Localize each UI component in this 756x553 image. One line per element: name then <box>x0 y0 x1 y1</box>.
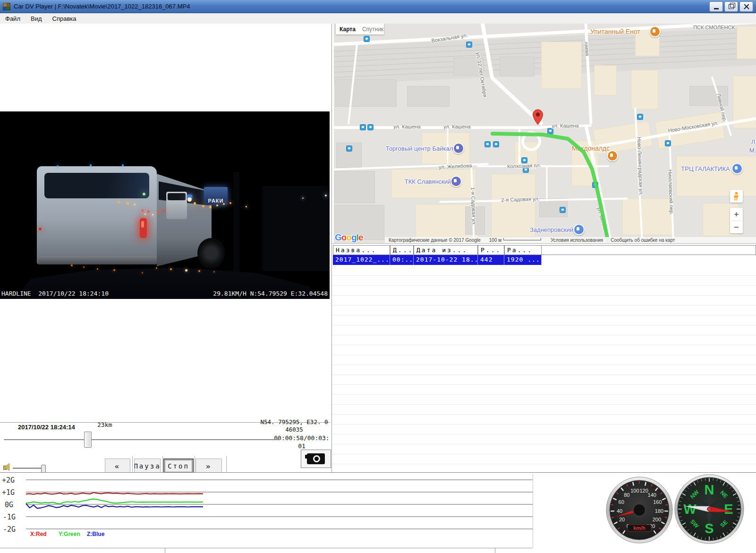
menu-help[interactable]: Справка <box>47 14 82 23</box>
map-position-marker <box>532 109 544 126</box>
minimize-button[interactable] <box>709 1 723 12</box>
file-list-header-0[interactable]: Назва... <box>333 245 390 255</box>
svg-text:40: 40 <box>617 508 622 514</box>
video-light <box>90 164 92 166</box>
file-list-row-cell[interactable]: 2017-10-22 18... <box>414 255 478 265</box>
seek-slider[interactable] <box>4 439 280 441</box>
map-zoom-control: + − <box>730 208 743 233</box>
restore-button[interactable] <box>724 1 738 12</box>
google-map[interactable]: Вокзальная ул.ул. 12 лет Октябряляеваул.… <box>334 24 756 243</box>
zoom-out-button[interactable]: − <box>730 221 743 234</box>
video-overlay-left: HARDLINE 2017/10/22 18:24:10 <box>1 290 109 297</box>
svg-text:140: 140 <box>648 492 656 498</box>
svg-text:60: 60 <box>619 499 624 505</box>
map-type-satellite-button[interactable]: Спутник <box>362 26 383 33</box>
file-list-row-cell[interactable]: 1920 ... <box>504 255 542 265</box>
file-list-grid-line <box>332 355 756 355</box>
file-list-header-4[interactable]: Ра... <box>504 245 542 255</box>
pause-button[interactable]: Пауза <box>134 459 161 474</box>
video-light <box>152 214 153 215</box>
menubar: Файл Вид Справка <box>0 13 756 24</box>
attribution-data: Картографические данные © 2017 Google <box>389 238 481 243</box>
map-type-map-button[interactable]: Карта <box>340 26 356 33</box>
file-list-header-2[interactable]: Дата из... <box>414 245 478 255</box>
menu-file[interactable]: Файл <box>0 14 25 23</box>
scale-bar <box>503 238 541 240</box>
file-list-grid-line <box>332 444 756 444</box>
file-list-grid-line <box>332 335 756 335</box>
file-list-row-cell[interactable]: 442 <box>478 255 504 265</box>
window-title: Car DV Player | F:\Novatek\Movie\2017_10… <box>14 3 190 10</box>
seek-slider-thumb[interactable] <box>84 432 92 448</box>
snapshot-button[interactable] <box>301 450 331 468</box>
close-icon <box>744 4 749 9</box>
video-van-bumper <box>38 256 157 264</box>
file-list-header-1[interactable]: Д... <box>390 245 414 255</box>
speedometer-gauge: 020406080100120140160180200220km/h <box>605 476 673 544</box>
volume-slider[interactable] <box>13 468 45 469</box>
file-list-grid-line <box>332 285 756 286</box>
video-hood-reflection <box>156 267 157 269</box>
video-light <box>147 211 149 213</box>
file-list-grid-line <box>332 414 756 415</box>
stop-button[interactable]: Стоп <box>163 459 194 474</box>
video-light <box>144 213 146 215</box>
video-dark-buildings <box>263 186 330 271</box>
bottom-tick <box>495 548 495 553</box>
video-light <box>39 228 42 230</box>
video-pole <box>233 172 239 278</box>
video-hood-reflection <box>71 264 73 266</box>
file-list-grid-line <box>332 384 756 385</box>
zoom-in-button[interactable]: + <box>730 208 743 221</box>
forward-button[interactable]: » <box>195 459 222 474</box>
gsensor-ylabel: +1G <box>2 488 15 497</box>
close-button[interactable] <box>739 1 753 12</box>
file-list-row-cell[interactable]: 2017_1022_... <box>333 255 390 265</box>
svg-text:20: 20 <box>619 517 625 522</box>
gsensor-legend-item: X:Red <box>30 531 47 537</box>
file-list-grid-line <box>332 365 756 365</box>
video-van-wheel <box>197 238 225 268</box>
video-overlay-right: 29.81KM/H N:54.79529 E:32.04548 <box>213 290 328 297</box>
gsensor-legend-item: Y:Green <box>59 531 80 537</box>
terms-link[interactable]: Условия использования <box>551 238 603 243</box>
video-van-rear-window <box>44 173 149 198</box>
video-light <box>325 195 327 196</box>
camera-icon <box>307 453 325 464</box>
file-list-header-filler <box>542 245 756 255</box>
file-list-grid-line <box>332 345 756 345</box>
svg-text:km/h: km/h <box>633 525 646 531</box>
chart-gauge-divider <box>533 474 533 548</box>
pegman-control[interactable] <box>730 190 743 203</box>
map-attribution: Картографические данные © 2017 Google 10… <box>385 237 756 243</box>
menu-view[interactable]: Вид <box>25 14 47 23</box>
playback-timestamp: 2017/10/22 18:24:14 <box>18 424 75 431</box>
car-dv-player-window: Car DV Player | F:\Novatek\Movie\2017_10… <box>0 0 756 553</box>
video-light <box>202 205 204 207</box>
rewind-button[interactable]: « <box>105 459 130 474</box>
svg-text:100: 100 <box>630 488 639 493</box>
video-light <box>163 210 165 212</box>
video-light <box>57 165 59 167</box>
video-hood-reflection <box>83 266 85 268</box>
file-list-panel <box>332 243 756 473</box>
video-hood-reflection <box>113 269 115 271</box>
video-light <box>216 204 218 206</box>
app-icon <box>3 3 10 10</box>
video-hood-reflection <box>142 272 143 273</box>
distance-label: 23km <box>97 421 112 428</box>
titlebar[interactable]: Car DV Player | F:\Novatek\Movie\2017_10… <box>0 0 756 13</box>
file-list-row-cell[interactable]: 00:... <box>390 255 414 265</box>
video-light <box>122 164 124 166</box>
svg-text:80: 80 <box>624 492 629 498</box>
volume-slider-thumb[interactable] <box>41 465 46 473</box>
video-hood-reflection <box>97 268 98 270</box>
video-light <box>158 212 160 213</box>
video-light <box>194 202 196 204</box>
report-error-link[interactable]: Сообщить об ошибке на карт <box>611 238 675 243</box>
svg-text:E: E <box>724 502 733 517</box>
file-list-header-3[interactable]: Р... <box>478 245 504 255</box>
file-list-grid-line <box>332 305 756 306</box>
restore-icon <box>729 4 734 9</box>
minimize-icon <box>714 8 719 9</box>
